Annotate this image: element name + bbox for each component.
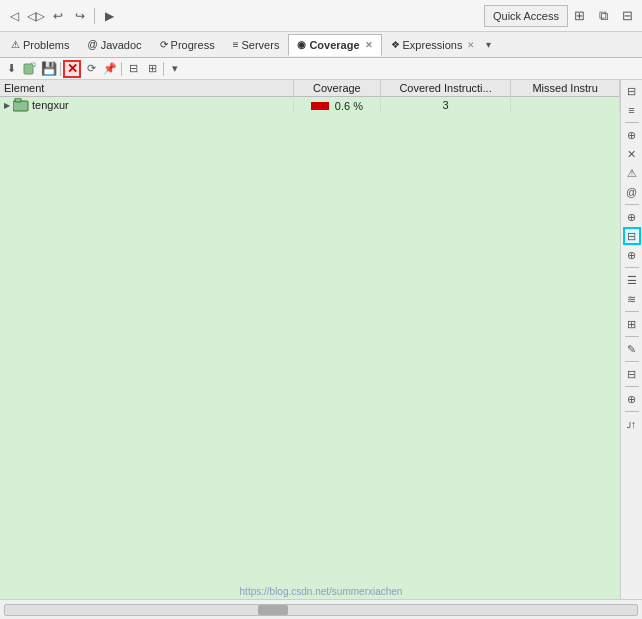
sb-btn-8[interactable]: ⊟ — [623, 227, 641, 245]
back-icon[interactable]: ◁ — [4, 6, 24, 26]
redo-icon[interactable]: ↪ — [70, 6, 90, 26]
column-header-missed-instructions: Missed Instru — [511, 80, 620, 97]
column-header-covered-instructions: Covered Instructi... — [380, 80, 510, 97]
new-window-icon[interactable]: ⧉ — [592, 5, 614, 27]
undo-icon[interactable]: ↩ — [48, 6, 68, 26]
missed-instructions-cell — [511, 97, 620, 114]
sb-btn-7[interactable]: ⊕ — [623, 208, 641, 226]
javadoc-tab-icon: @ — [87, 39, 97, 50]
coverage-cell: 0.6 % — [293, 97, 380, 114]
tab-javadoc[interactable]: @ Javadoc — [78, 34, 150, 56]
import-button[interactable] — [21, 60, 39, 78]
expand-all-button[interactable]: ⊞ — [143, 60, 161, 78]
right-sidebar: ⊟ ≡ ⊕ ✕ ⚠ @ ⊕ ⊟ ⊕ ☰ ≋ ⊞ ✎ ⊟ ⊕ ᴊ↑ — [620, 80, 642, 599]
minimize-icon[interactable]: ⊟ — [616, 5, 638, 27]
tab-progress[interactable]: ⟳ Progress — [151, 34, 224, 56]
table-header-row: Element Coverage Covered Instructi... Mi… — [0, 80, 620, 97]
table-row: ▶ tengxur 0.6 % 3 — [0, 97, 620, 114]
sidebar-div-4 — [625, 311, 639, 312]
coverage-tab-label: Coverage — [309, 39, 359, 51]
dump-button[interactable]: ⬇ — [2, 60, 20, 78]
separator — [94, 8, 95, 24]
empty-table-area — [0, 113, 620, 513]
javadoc-tab-label: Javadoc — [101, 39, 142, 51]
collapse-all-button[interactable]: ⊟ — [124, 60, 142, 78]
sb-btn-3[interactable]: ⊕ — [623, 126, 641, 144]
sep2 — [121, 62, 122, 76]
sidebar-div-2 — [625, 204, 639, 205]
sidebar-div-3 — [625, 267, 639, 268]
column-header-element: Element — [0, 80, 293, 97]
coverage-table: Element Coverage Covered Instructi... Mi… — [0, 80, 620, 113]
expressions-tab-close[interactable]: ✕ — [467, 40, 475, 50]
table-container[interactable]: Element Coverage Covered Instructi... Mi… — [0, 80, 620, 599]
perspective-icon[interactable]: ⊞ — [568, 5, 590, 27]
run-icon[interactable]: ▶ — [99, 6, 119, 26]
bottom-bar — [0, 599, 642, 619]
tab-coverage[interactable]: ◉ Coverage ✕ — [288, 34, 381, 56]
progress-tab-icon: ⟳ — [160, 39, 168, 50]
sidebar-div-8 — [625, 411, 639, 412]
element-name: tengxur — [32, 99, 69, 111]
svg-rect-3 — [15, 98, 21, 102]
progress-tab-label: Progress — [171, 39, 215, 51]
problems-tab-icon: ⚠ — [11, 39, 20, 50]
covered-instructions-cell: 3 — [380, 97, 510, 114]
sb-btn-11[interactable]: ≋ — [623, 290, 641, 308]
import-icon — [23, 62, 37, 76]
tab-bar: ⚠ Problems @ Javadoc ⟳ Progress ≡ Server… — [0, 32, 642, 58]
element-cell: ▶ tengxur — [0, 97, 293, 114]
refresh-button[interactable]: ⟳ — [82, 60, 100, 78]
sidebar-div-7 — [625, 386, 639, 387]
sb-btn-12[interactable]: ⊞ — [623, 315, 641, 333]
forward-icon[interactable]: ◁◁ — [26, 6, 46, 26]
export-button[interactable]: 💾 — [40, 60, 58, 78]
sb-btn-2[interactable]: ≡ — [623, 101, 641, 119]
coverage-tab-icon: ◉ — [297, 39, 306, 50]
sb-btn-16[interactable]: ᴊ↑ — [623, 415, 641, 433]
svg-rect-0 — [24, 64, 33, 74]
pin-button[interactable]: 📌 — [101, 60, 119, 78]
sb-btn-4[interactable]: ✕ — [623, 145, 641, 163]
quick-access-label: Quick Access — [493, 10, 559, 22]
problems-tab-label: Problems — [23, 39, 69, 51]
quick-access-button[interactable]: Quick Access — [484, 5, 568, 27]
expressions-tab-label: Expressions — [403, 39, 463, 51]
expressions-tab-icon: ❖ — [391, 39, 400, 50]
scrollbar-thumb — [258, 605, 288, 615]
coverage-tab-close[interactable]: ✕ — [365, 40, 373, 50]
sb-btn-10[interactable]: ☰ — [623, 271, 641, 289]
sb-btn-14[interactable]: ⊟ — [623, 365, 641, 383]
horizontal-scrollbar[interactable] — [4, 604, 638, 616]
coverage-pct: 0.6 % — [335, 100, 363, 112]
coverage-bar — [311, 102, 329, 110]
tab-expressions[interactable]: ❖ Expressions ✕ — [382, 34, 485, 56]
expand-arrow[interactable]: ▶ — [4, 101, 10, 110]
servers-tab-icon: ≡ — [233, 39, 239, 50]
column-header-coverage: Coverage — [293, 80, 380, 97]
sb-btn-15[interactable]: ⊕ — [623, 390, 641, 408]
menu-button[interactable]: ▾ — [166, 60, 184, 78]
sb-btn-5[interactable]: ⚠ — [623, 164, 641, 182]
secondary-toolbar: ⬇ 💾 ✕ ⟳ 📌 ⊟ ⊞ ▾ — [0, 58, 642, 80]
remove-button[interactable]: ✕ — [63, 60, 81, 78]
tab-servers[interactable]: ≡ Servers — [224, 34, 289, 56]
toolbar-icons: ◁ ◁◁ ↩ ↪ ▶ — [4, 6, 484, 26]
top-right-icons: ⊞ ⧉ ⊟ — [568, 5, 638, 27]
tab-problems[interactable]: ⚠ Problems — [2, 34, 78, 56]
sb-btn-1[interactable]: ⊟ — [623, 82, 641, 100]
sidebar-div-1 — [625, 122, 639, 123]
sb-btn-9[interactable]: ⊕ — [623, 246, 641, 264]
sidebar-div-5 — [625, 336, 639, 337]
sb-btn-6[interactable]: @ — [623, 183, 641, 201]
main-area: Element Coverage Covered Instructi... Mi… — [0, 80, 642, 599]
element-package-icon — [13, 98, 29, 112]
sep3 — [163, 62, 164, 76]
servers-tab-label: Servers — [241, 39, 279, 51]
sb-btn-13[interactable]: ✎ — [623, 340, 641, 358]
top-toolbar: ◁ ◁◁ ↩ ↪ ▶ Quick Access ⊞ ⧉ ⊟ — [0, 0, 642, 32]
sidebar-div-6 — [625, 361, 639, 362]
sep1 — [60, 62, 61, 76]
svg-rect-2 — [13, 101, 28, 111]
tab-overflow-btn[interactable]: ▾ — [486, 39, 491, 50]
